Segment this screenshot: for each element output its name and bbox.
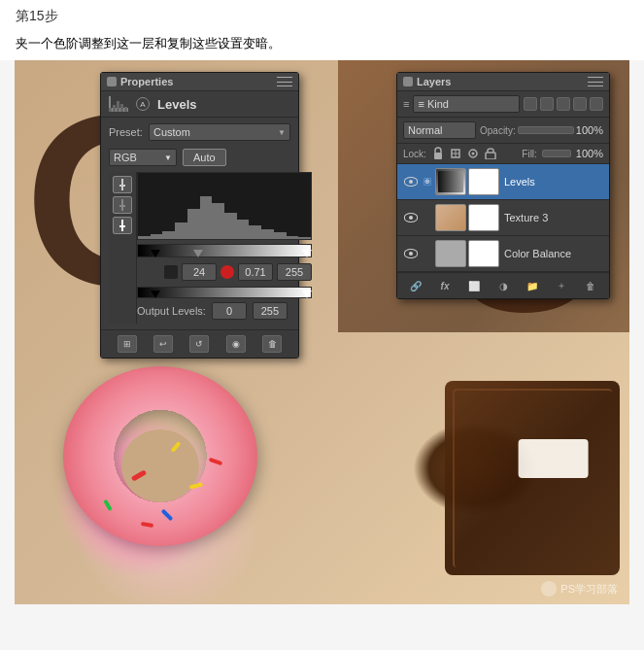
lock-position-icon[interactable] bbox=[450, 148, 461, 159]
output-black-slider[interactable] bbox=[151, 291, 160, 298]
fx-btn[interactable]: fx bbox=[436, 278, 454, 293]
preset-label: Preset: bbox=[109, 126, 143, 138]
bar-5 bbox=[187, 209, 200, 239]
white-point-eyedropper[interactable] bbox=[113, 217, 132, 234]
layers-titlebar[interactable]: Layers bbox=[397, 73, 609, 91]
layers-filter-row: ≡ ≡ Kind bbox=[397, 91, 609, 118]
input-levels-slider[interactable] bbox=[137, 244, 312, 257]
filter-adj-icon[interactable] bbox=[540, 97, 554, 111]
layer-texture3[interactable]: Texture 3 bbox=[397, 200, 609, 236]
levels-visibility-toggle[interactable] bbox=[403, 174, 419, 189]
previous-state-btn[interactable]: ↩ bbox=[153, 335, 173, 353]
blend-mode-select[interactable]: Normal bbox=[403, 121, 476, 139]
preset-value: Custom bbox=[153, 126, 190, 138]
cb-eye-icon bbox=[404, 249, 418, 258]
svg-rect-0 bbox=[434, 153, 442, 159]
texture3-eye-icon bbox=[404, 213, 418, 222]
fill-value: 100% bbox=[576, 148, 603, 159]
link-layers-btn[interactable]: 🔗 bbox=[407, 278, 424, 293]
step-title: 第15步 bbox=[16, 8, 628, 25]
watermark-icon bbox=[541, 581, 557, 597]
preset-select[interactable]: Custom ▼ bbox=[149, 123, 290, 141]
menu-line-1 bbox=[277, 77, 292, 78]
levels-layer-name: Levels bbox=[504, 176, 603, 188]
auto-button[interactable]: Auto bbox=[183, 149, 226, 166]
layers-menu-line-1 bbox=[588, 77, 603, 78]
reset-btn[interactable]: ↺ bbox=[189, 335, 209, 353]
delete-layer-btn[interactable]: 🗑 bbox=[582, 278, 599, 293]
layers-panel: Layers ≡ ≡ Kind bbox=[396, 72, 610, 299]
layers-close-button[interactable] bbox=[403, 77, 413, 86]
new-layer-btn[interactable]: ＋ bbox=[553, 278, 570, 293]
mid-point-eyedropper[interactable] bbox=[113, 196, 132, 214]
levels-mask-thumb bbox=[468, 168, 499, 195]
bar-6 bbox=[200, 196, 213, 239]
filter-shape-icon[interactable] bbox=[573, 97, 587, 111]
filter-pixel-icon[interactable] bbox=[524, 97, 537, 111]
lock-artboard-icon[interactable] bbox=[467, 148, 479, 159]
black-slider[interactable] bbox=[151, 250, 160, 257]
texture3-mask-thumb bbox=[468, 204, 499, 231]
filter-icons bbox=[524, 97, 603, 111]
histogram-bars bbox=[138, 173, 311, 239]
layer-levels[interactable]: ⊕ Levels bbox=[397, 164, 609, 200]
properties-titlebar[interactable]: Properties bbox=[101, 73, 298, 91]
panel-close-button[interactable] bbox=[107, 77, 117, 86]
mid-slider[interactable] bbox=[193, 250, 203, 257]
channel-row: RGB ▼ Auto bbox=[109, 149, 290, 166]
white-slider[interactable] bbox=[302, 250, 312, 257]
add-mask-btn[interactable]: ⬜ bbox=[465, 278, 483, 293]
black-level-icon bbox=[164, 265, 178, 279]
bar-12 bbox=[274, 232, 287, 239]
texture3-visibility-toggle[interactable] bbox=[403, 210, 419, 225]
black-level-input[interactable]: 24 bbox=[182, 263, 217, 281]
bar-1 bbox=[138, 236, 151, 239]
layers-menu-line-3 bbox=[588, 86, 603, 86]
black-point-eyedropper[interactable] bbox=[113, 176, 132, 193]
blend-mode-value: Normal bbox=[408, 124, 442, 136]
choc-cream bbox=[519, 439, 589, 478]
histogram-display bbox=[137, 172, 312, 240]
output-white-input[interactable]: 255 bbox=[253, 302, 288, 320]
output-white-slider[interactable] bbox=[302, 291, 312, 298]
auto-icon: A bbox=[136, 97, 150, 111]
white-level-input[interactable]: 255 bbox=[277, 263, 312, 281]
menu-line-3 bbox=[277, 86, 292, 86]
delete-adjustment-btn[interactable]: 🗑 bbox=[262, 335, 282, 353]
mid-level-input[interactable]: 0.71 bbox=[238, 263, 273, 281]
channel-arrow: ▼ bbox=[164, 154, 172, 162]
fill-slider[interactable] bbox=[542, 150, 571, 157]
layers-blend-row: Normal Opacity: 100% bbox=[397, 118, 609, 144]
cb-mask-thumb bbox=[468, 240, 499, 267]
filter-smart-icon[interactable] bbox=[590, 97, 603, 111]
add-adjustment-btn[interactable]: ◑ bbox=[494, 278, 512, 293]
output-row: Output Levels: 0 255 bbox=[137, 302, 312, 320]
layer-colorbalance[interactable]: Color Balance bbox=[397, 236, 609, 272]
layers-menu-icon[interactable] bbox=[588, 77, 603, 86]
lock-pixels-icon[interactable] bbox=[432, 147, 444, 160]
panel-menu-icon[interactable] bbox=[277, 77, 292, 86]
filter-type-icon[interactable] bbox=[557, 97, 570, 111]
output-black-input[interactable]: 0 bbox=[212, 302, 247, 320]
create-group-btn[interactable]: 📁 bbox=[524, 278, 541, 293]
cb-visibility-toggle[interactable] bbox=[403, 246, 419, 261]
layers-menu-line-2 bbox=[588, 82, 603, 83]
lock-all-icon[interactable] bbox=[485, 148, 496, 159]
histogram-section: 24 0.71 255 Output Levels: bbox=[109, 172, 290, 324]
filter-type-select[interactable]: ≡ Kind bbox=[413, 95, 520, 113]
output-levels-slider[interactable] bbox=[137, 287, 312, 298]
cb-layer-content[interactable] bbox=[424, 240, 499, 267]
clip-to-layer-btn[interactable]: ⊞ bbox=[118, 335, 137, 353]
output-label: Output Levels: bbox=[137, 305, 206, 317]
panel-header: A Levels bbox=[101, 91, 298, 118]
panel-bottom-icons: ⊞ ↩ ↺ ◉ 🗑 bbox=[101, 329, 298, 358]
view-previous-btn[interactable]: ◉ bbox=[226, 335, 246, 353]
levels-layer-content[interactable]: ⊕ bbox=[424, 168, 499, 195]
levels-values-row: 24 0.71 255 bbox=[137, 263, 312, 281]
description-text: 夹一个色阶调整到这一层和复制这些设置变暗。 bbox=[16, 36, 281, 51]
opacity-label: Opacity: bbox=[480, 125, 516, 136]
opacity-slider[interactable] bbox=[518, 126, 574, 134]
texture3-layer-content[interactable] bbox=[424, 204, 499, 231]
panel-body: Preset: Custom ▼ RGB ▼ Auto bbox=[101, 118, 298, 329]
channel-select[interactable]: RGB ▼ bbox=[109, 149, 177, 166]
